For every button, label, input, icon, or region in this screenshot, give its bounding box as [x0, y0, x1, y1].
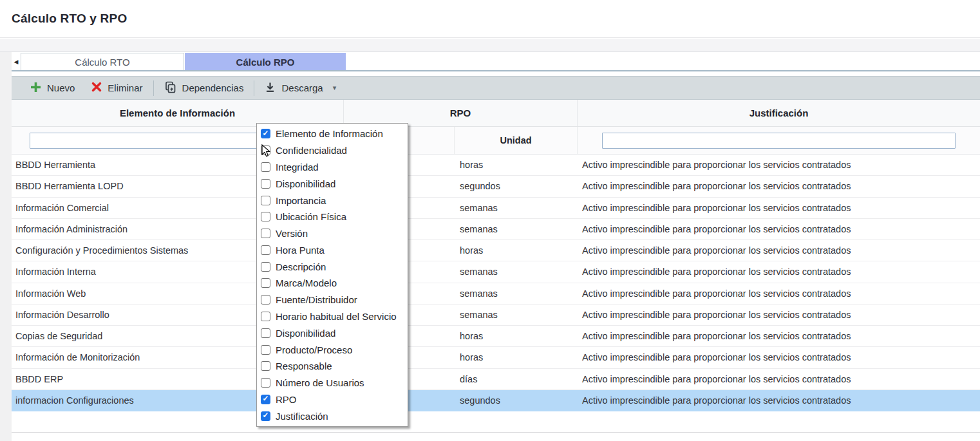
column-menu-item[interactable]: Integridad: [261, 159, 408, 176]
column-menu-item-label: Hora Punta: [276, 245, 325, 256]
unidad-cell: horas: [455, 155, 578, 175]
unidad-cell: semanas: [455, 219, 578, 239]
justificacion-cell: Activo imprescindible para proporcionar …: [578, 283, 980, 304]
unidad-cell: días: [455, 369, 578, 389]
eliminar-label: Eliminar: [108, 82, 142, 93]
checkbox-icon[interactable]: [261, 196, 270, 205]
table-row[interactable]: Configuración y Procedimientos Sistemas …: [12, 240, 980, 261]
justificacion-cell: Activo imprescindible para proporcionar …: [578, 369, 980, 389]
column-menu-item[interactable]: Producto/Proceso: [261, 341, 408, 358]
justificacion-filter-input[interactable]: [602, 133, 956, 149]
checkbox-icon[interactable]: [261, 278, 270, 288]
justificacion-cell: Activo imprescindible para proporcionar …: [578, 261, 980, 282]
table-row[interactable]: Información de Monitorización horas Acti…: [12, 347, 980, 368]
column-menu-item-label: Ubicación Física: [276, 211, 346, 222]
toolbar-separator: [254, 80, 254, 96]
table-row[interactable]: informacion Configuraciones segundos Act…: [12, 390, 980, 411]
table-row[interactable]: BBDD Herramienta LOPD segundos Activo im…: [12, 176, 980, 197]
column-menu-item-label: Confidencialidad: [276, 145, 347, 156]
descarga-button[interactable]: Descarga ▾: [256, 77, 344, 99]
column-menu-item[interactable]: Elemento de Información: [261, 126, 408, 142]
justificacion-cell: Activo imprescindible para proporcionar …: [578, 219, 980, 239]
column-menu-item[interactable]: Confidencialidad: [261, 142, 408, 159]
tab-scroll-left-button[interactable]: ◀: [12, 53, 21, 70]
checkbox-icon[interactable]: [261, 395, 270, 404]
column-menu-item[interactable]: Importancia: [261, 192, 408, 209]
unidad-cell: semanas: [455, 283, 578, 304]
filter-row: Unidad: [12, 127, 980, 155]
tab-calculo-rpo[interactable]: Cálculo RPO: [185, 53, 346, 70]
table-row[interactable]: Información Web semanas Activo imprescin…: [12, 283, 980, 305]
x-icon: [91, 82, 102, 94]
checkbox-icon[interactable]: [261, 229, 270, 238]
column-menu-item[interactable]: Fuente/Distribuidor: [261, 292, 408, 308]
dependencies-icon: [164, 81, 176, 95]
justificacion-cell: Activo imprescindible para proporcionar …: [578, 305, 980, 325]
table-row[interactable]: Información Administración semanas Activ…: [12, 219, 980, 240]
column-menu-item-label: Justificación: [276, 411, 328, 422]
column-menu-item[interactable]: Justificación: [261, 408, 408, 424]
unidad-cell: semanas: [455, 305, 578, 325]
column-menu-item-label: Versión: [276, 228, 308, 239]
tab-calculo-rto[interactable]: Cálculo RTO: [21, 53, 184, 70]
column-menu-item[interactable]: Descripción: [261, 258, 408, 275]
column-menu-item[interactable]: Responsable: [261, 358, 408, 375]
tab-label: Cálculo RPO: [236, 57, 295, 68]
empty-row: [12, 411, 980, 433]
unidad-cell: semanas: [455, 198, 578, 218]
table-row[interactable]: BBDD Herramienta horas Activo imprescind…: [12, 155, 980, 176]
column-menu-item[interactable]: Horario habitual del Servicio: [261, 308, 408, 325]
column-menu-item[interactable]: Número de Usuarios: [261, 375, 408, 391]
table-row[interactable]: Copias de Seguridad horas Activo impresc…: [12, 326, 980, 347]
checkbox-icon[interactable]: [261, 179, 270, 189]
column-menu-item-label: Número de Usuarios: [276, 377, 364, 388]
column-menu-item[interactable]: RPO: [261, 391, 408, 408]
page-title: Cálculo RTO y RPO: [12, 12, 127, 26]
unidad-cell: horas: [455, 240, 578, 261]
checkbox-icon[interactable]: [261, 411, 270, 421]
table-row[interactable]: Información Comercial semanas Activo imp…: [12, 198, 980, 219]
table-row[interactable]: Información Interna semanas Activo impre…: [12, 261, 980, 283]
column-header-elemento[interactable]: Elemento de Información: [12, 100, 344, 126]
checkbox-icon[interactable]: [261, 378, 270, 388]
table-row[interactable]: Información Desarrollo semanas Activo im…: [12, 305, 980, 326]
checkbox-icon[interactable]: [261, 295, 270, 305]
eliminar-button[interactable]: Eliminar: [83, 77, 151, 99]
checkbox-icon[interactable]: [261, 345, 270, 355]
dependencias-button[interactable]: Dependencias: [156, 77, 252, 99]
tab-label: Cálculo RTO: [75, 57, 129, 68]
column-menu-item[interactable]: Marca/Modelo: [261, 275, 408, 292]
checkbox-icon[interactable]: [261, 312, 270, 321]
toolbar-separator: [153, 80, 154, 96]
justificacion-cell: Activo imprescindible para proporcionar …: [578, 240, 980, 261]
column-header-rpo[interactable]: RPO: [344, 100, 578, 126]
checkbox-icon[interactable]: [261, 262, 270, 272]
column-menu-item-label: Horario habitual del Servicio: [276, 311, 397, 322]
column-menu-item-label: Fuente/Distribuidor: [276, 294, 357, 305]
column-header-justificacion[interactable]: Justificación: [578, 100, 980, 126]
column-menu-item-label: Descripción: [276, 261, 326, 272]
column-menu-item[interactable]: Disponibilidad: [261, 175, 408, 192]
checkbox-icon[interactable]: [261, 361, 270, 371]
checkbox-icon[interactable]: [261, 162, 270, 172]
nuevo-label: Nuevo: [47, 82, 75, 93]
column-menu-item[interactable]: Versión: [261, 225, 408, 242]
checkbox-icon[interactable]: [261, 328, 270, 338]
chevron-left-icon: ◀: [14, 59, 19, 65]
tab-strip: ◀ Cálculo RTO Cálculo RPO: [12, 53, 980, 71]
column-menu-item[interactable]: Ubicación Física: [261, 209, 408, 225]
nuevo-button[interactable]: Nuevo: [22, 77, 83, 99]
column-menu-item[interactable]: Hora Punta: [261, 241, 408, 258]
table-body: BBDD Herramienta horas Activo imprescind…: [12, 155, 980, 433]
checkbox-icon[interactable]: [261, 129, 270, 138]
checkbox-icon[interactable]: [261, 212, 270, 221]
column-menu-item[interactable]: Disponibilidad: [261, 324, 408, 341]
checkbox-icon[interactable]: [261, 145, 270, 155]
justificacion-cell: Activo imprescindible para proporcionar …: [578, 390, 980, 411]
table-header: Elemento de Información RPO Justificació…: [12, 100, 980, 127]
table-row[interactable]: BBDD ERP días Activo imprescindible para…: [12, 369, 980, 390]
checkbox-icon[interactable]: [261, 245, 270, 255]
unidad-cell: segundos: [455, 176, 578, 196]
unidad-cell: horas: [455, 326, 578, 346]
column-menu-item-label: RPO: [276, 394, 297, 405]
